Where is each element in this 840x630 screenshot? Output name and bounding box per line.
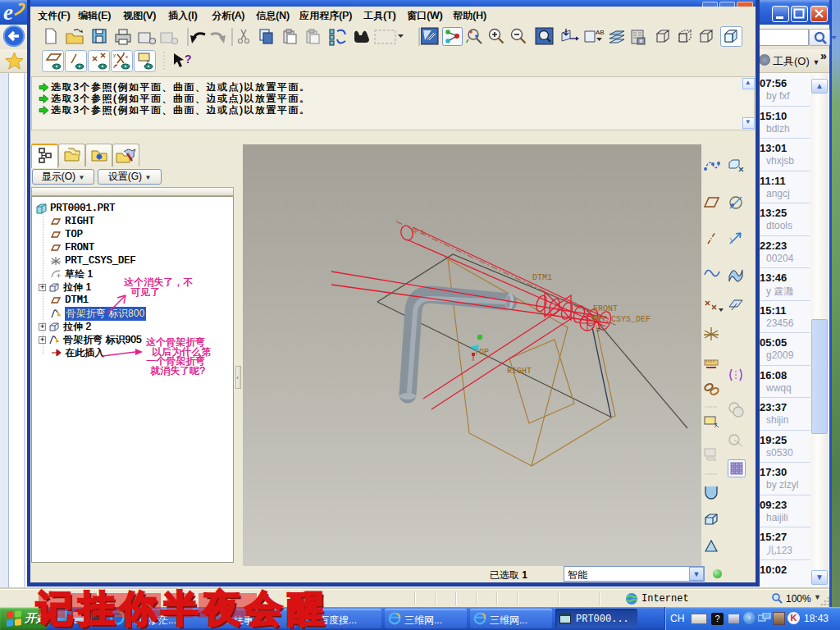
svg-text:x: x <box>126 54 128 59</box>
svg-text:z: z <box>113 64 116 69</box>
svg-text:RIGHT: RIGHT <box>507 367 532 376</box>
svg-text:PRT_CSYS_DEF: PRT_CSYS_DEF <box>591 315 651 324</box>
svg-text:y: y <box>113 52 116 57</box>
svg-text:FRONT: FRONT <box>593 304 618 313</box>
svg-text:e: e <box>3 0 13 25</box>
svg-text:R 1: R 1 <box>413 228 425 235</box>
svg-text:?: ? <box>185 52 192 66</box>
svg-text:AB: AB <box>596 29 605 36</box>
svg-text:DTM1: DTM1 <box>532 273 552 282</box>
svg-text:z: z <box>596 326 600 333</box>
svg-text:7: 7 <box>714 422 718 429</box>
